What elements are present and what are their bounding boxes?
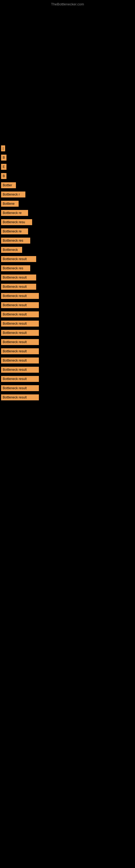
list-item: | bbox=[0, 144, 135, 153]
list-item: Bottlene bbox=[0, 199, 135, 208]
item-label: Bottleneck r bbox=[1, 191, 26, 197]
item-label: Bottleneck result bbox=[1, 367, 39, 373]
item-label: Bottleneck result bbox=[1, 376, 39, 382]
item-label: Bottleneck re bbox=[1, 210, 28, 216]
site-title: TheBottlenecker.com bbox=[51, 2, 84, 6]
list-item: Bottleneck result bbox=[0, 365, 135, 374]
item-label: Bottleneck result bbox=[1, 385, 39, 391]
item-label: Bottleneck result bbox=[1, 256, 36, 262]
items-container: |BEBBottlerBottleneck rBottleneBottlenec… bbox=[0, 144, 135, 402]
item-label: Bottler bbox=[1, 182, 16, 188]
item-label: Bottleneck result bbox=[1, 311, 39, 317]
item-label: Bottleneck result bbox=[1, 302, 39, 308]
list-item: B bbox=[0, 153, 135, 162]
item-label: Bottleneck result bbox=[1, 293, 39, 299]
list-item: B bbox=[0, 172, 135, 181]
item-label: Bottleneck result bbox=[1, 321, 39, 327]
list-item: Bottler bbox=[0, 181, 135, 190]
list-item: Bottleneck result bbox=[0, 374, 135, 383]
list-item: Bottleneck r bbox=[0, 190, 135, 199]
item-label: Bottleneck result bbox=[1, 339, 39, 345]
list-item: Bottleneck resu bbox=[0, 218, 135, 227]
item-label: | bbox=[1, 145, 5, 151]
list-item: Bottleneck result bbox=[0, 319, 135, 328]
list-item: Bottleneck result bbox=[0, 310, 135, 319]
list-item: Bottleneck res bbox=[0, 236, 135, 245]
item-label: Bottlene bbox=[1, 201, 18, 207]
list-item: Bottleneck result bbox=[0, 328, 135, 337]
list-item: Bottleneck result bbox=[0, 301, 135, 310]
item-label: B bbox=[1, 173, 6, 179]
item-label: Bottleneck result bbox=[1, 394, 39, 400]
item-label: Bottleneck res bbox=[1, 265, 30, 271]
list-item: Bottleneck result bbox=[0, 254, 135, 264]
list-item: Bottleneck re bbox=[0, 208, 135, 218]
list-item: Bottleneck result bbox=[0, 282, 135, 291]
list-item: Bottleneck result bbox=[0, 291, 135, 301]
list-item: Bottleneck result bbox=[0, 356, 135, 365]
list-item: Bottleneck result bbox=[0, 337, 135, 347]
item-label: Bottleneck resu bbox=[1, 219, 32, 225]
list-item: Bottleneck result bbox=[0, 383, 135, 393]
list-item: Bottleneck result bbox=[0, 347, 135, 356]
item-label: Bottleneck result bbox=[1, 330, 39, 336]
item-label: Bottleneck re bbox=[1, 228, 28, 235]
item-label: Bottleneck result bbox=[1, 348, 39, 354]
list-item: Bottleneck result bbox=[0, 273, 135, 282]
list-item: Bottleneck result bbox=[0, 393, 135, 402]
item-label: Bottleneck result bbox=[1, 284, 36, 290]
item-label: Bottleneck result bbox=[1, 358, 39, 364]
list-item: E bbox=[0, 162, 135, 172]
list-item: Bottleneck re bbox=[0, 227, 135, 236]
item-label: B bbox=[1, 155, 6, 161]
list-item: Bottleneck res bbox=[0, 264, 135, 273]
item-label: Bottleneck res bbox=[1, 238, 30, 244]
list-item: Bottleneck bbox=[0, 245, 135, 254]
item-label: Bottleneck bbox=[1, 247, 22, 253]
item-label: E bbox=[1, 164, 6, 170]
item-label: Bottleneck result bbox=[1, 275, 36, 280]
